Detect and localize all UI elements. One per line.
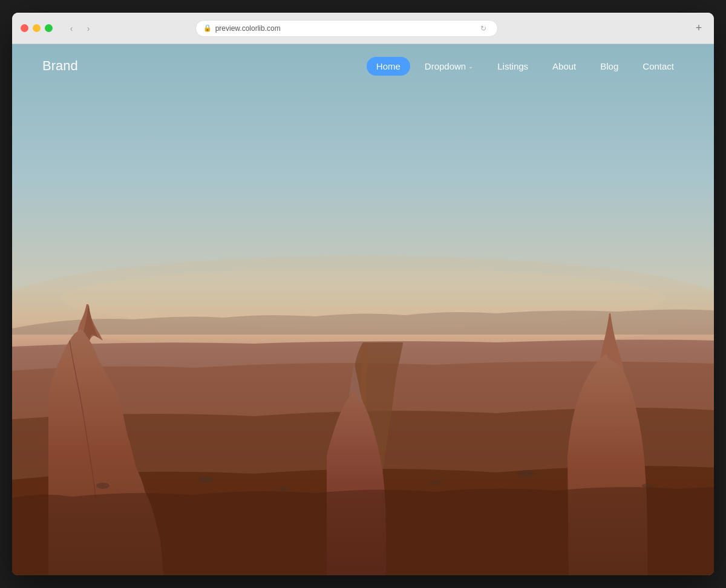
dropdown-arrow-icon: ⌄ [468, 63, 473, 70]
navbar: Brand Home Dropdown ⌄ Listings About Blo… [12, 44, 714, 88]
nav-link-about[interactable]: About [543, 57, 586, 76]
website-content: Brand Home Dropdown ⌄ Listings About Blo… [12, 44, 714, 575]
traffic-lights [21, 24, 53, 32]
back-arrow-icon[interactable]: ‹ [65, 22, 78, 35]
forward-arrow-icon[interactable]: › [82, 22, 95, 35]
brand-logo[interactable]: Brand [42, 58, 78, 74]
browser-controls: ‹ › [65, 22, 95, 35]
nav-link-listings[interactable]: Listings [488, 57, 538, 76]
nav-link-blog[interactable]: Blog [590, 57, 628, 76]
svg-point-4 [198, 477, 213, 483]
svg-point-8 [642, 483, 653, 488]
svg-point-9 [96, 483, 110, 489]
nav-link-home[interactable]: Home [367, 57, 410, 76]
desert-scene [12, 44, 714, 575]
browser-chrome: ‹ › 🔒 preview.colorlib.com ↻ + [12, 13, 714, 44]
svg-point-6 [430, 480, 442, 485]
minimize-button[interactable] [33, 24, 41, 32]
maximize-button[interactable] [45, 24, 53, 32]
svg-point-5 [280, 486, 289, 491]
nav-link-contact[interactable]: Contact [633, 57, 684, 76]
address-bar[interactable]: 🔒 preview.colorlib.com ↻ [195, 20, 498, 37]
nav-links: Home Dropdown ⌄ Listings About Blog Cont… [367, 57, 684, 76]
svg-point-7 [518, 470, 535, 477]
close-button[interactable] [21, 24, 28, 32]
reload-icon[interactable]: ↻ [477, 22, 490, 35]
browser-window: ‹ › 🔒 preview.colorlib.com ↻ + [12, 13, 714, 575]
add-tab-button[interactable]: + [692, 22, 705, 35]
lock-icon: 🔒 [203, 24, 212, 32]
nav-link-dropdown[interactable]: Dropdown ⌄ [415, 57, 483, 76]
browser-right: + [692, 22, 705, 35]
url-text: preview.colorlib.com [215, 24, 281, 33]
